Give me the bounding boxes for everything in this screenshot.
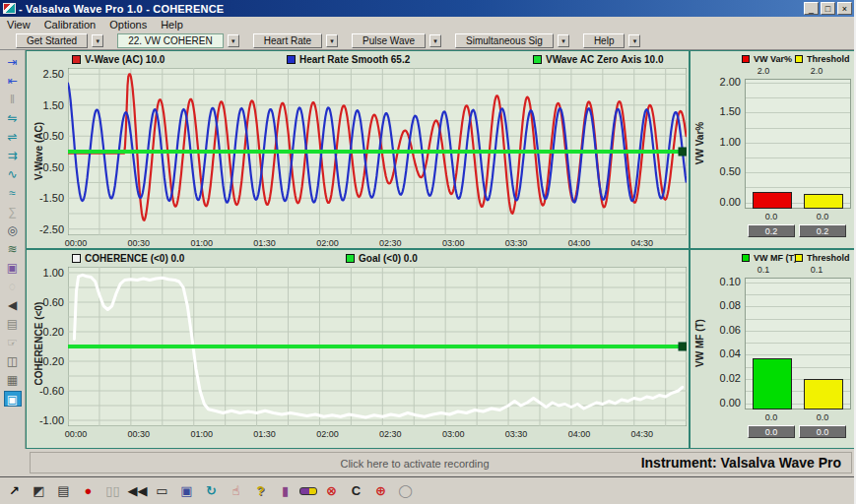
tab-simultaneous-sig[interactable]: Simultaneous Sig xyxy=(455,33,554,48)
swap-arrows-icon[interactable]: ⇌ xyxy=(4,129,22,145)
signal-out-icon[interactable]: ⇤ xyxy=(4,73,22,89)
x-tick-label: 02:30 xyxy=(370,429,410,439)
maximize-button[interactable]: □ xyxy=(821,2,835,15)
legend-item: Heart Rate Smooth 65.2 xyxy=(287,54,410,65)
hand-pointer-icon[interactable]: ☝ xyxy=(226,481,246,501)
grid-line-h xyxy=(746,283,850,284)
grid-line-h xyxy=(746,306,850,307)
print-icon[interactable]: ▤ xyxy=(53,481,74,501)
zoom-icon[interactable]: ◎ xyxy=(4,222,22,238)
y-tick-label: 0.00 xyxy=(705,397,741,409)
hand-tool-icon[interactable]: ☞ xyxy=(4,335,22,350)
record-icon[interactable]: ● xyxy=(78,481,99,501)
tab-dropdown-icon[interactable]: ▾ xyxy=(326,34,338,47)
legend-label: VW Var% xyxy=(754,54,792,64)
x-tick-label: 04:00 xyxy=(560,429,599,439)
legend-label: V-Wave (AC) 10.0 xyxy=(85,54,165,65)
signal-in-icon[interactable]: ⇥ xyxy=(4,54,22,70)
disabled-tool-icon[interactable]: ◌ xyxy=(4,279,22,294)
app-icon xyxy=(3,3,16,14)
vwave-plot xyxy=(68,68,687,235)
save-icon[interactable]: ◩ xyxy=(29,481,49,501)
letter-c-icon[interactable]: C xyxy=(346,481,366,501)
help-icon[interactable]: ? xyxy=(250,481,271,501)
x-tick-label: 01:00 xyxy=(182,429,222,439)
marker-icon[interactable] xyxy=(299,487,317,495)
no-entry-icon[interactable]: ⊗ xyxy=(321,481,342,501)
tab-get-started[interactable]: Get Started xyxy=(16,33,88,48)
recording-message[interactable]: Click here to activate recording xyxy=(149,458,681,470)
tab-dropdown-icon[interactable]: ▾ xyxy=(558,34,569,47)
artifact-trace-icon[interactable]: ≋ xyxy=(4,241,22,257)
legend-item: COHERENCE (<0) 0.0 xyxy=(72,253,184,264)
smooth-wave-icon[interactable]: ≈ xyxy=(4,185,22,201)
menu-item-calibration[interactable]: Calibration xyxy=(37,19,103,31)
x-tick-label: 03:00 xyxy=(433,238,473,248)
y-tick-label: 1.50 xyxy=(29,99,64,111)
rewind-icon[interactable]: ◀◀ xyxy=(127,481,148,501)
speaker-icon[interactable]: ◀ xyxy=(4,297,22,313)
frames-icon[interactable]: ▯▯ xyxy=(102,481,123,501)
tab-22-vw-coheren[interactable]: 22. VW COHEREN xyxy=(117,33,224,48)
coherence-y-axis-label: COHERENCE (<0) xyxy=(33,307,44,386)
bar-value-box[interactable]: 0.0 xyxy=(799,425,846,438)
coherence-legend: COHERENCE (<0) 0.0Goal (<0) 0.0 xyxy=(27,253,689,266)
mic-icon[interactable]: ▮ xyxy=(275,481,296,501)
tab-help[interactable]: Help xyxy=(583,33,626,48)
grid-line-h xyxy=(746,187,850,188)
tab-dropdown-icon[interactable]: ▾ xyxy=(429,34,441,47)
menu-item-options[interactable]: Options xyxy=(102,19,154,31)
legend-item: Threshold xyxy=(795,54,850,64)
bar-value-box[interactable]: 0.0 xyxy=(748,425,795,438)
bar-value-box[interactable]: 0.2 xyxy=(748,224,795,237)
add-target-icon[interactable]: ⊕ xyxy=(370,481,391,501)
bar-value-label: 0.0 xyxy=(801,412,844,422)
menu-item-view[interactable]: View xyxy=(0,19,37,31)
window-icon[interactable]: ▭ xyxy=(152,481,172,501)
x-tick-label: 01:30 xyxy=(245,429,285,439)
save-session-icon[interactable]: ◫ xyxy=(4,353,22,369)
active-screen-icon[interactable]: ▣ xyxy=(4,391,22,407)
menu-item-help[interactable]: Help xyxy=(154,19,190,31)
export-arrow-icon[interactable]: ↗ xyxy=(4,481,25,501)
y-tick-label: 0.02 xyxy=(705,372,741,384)
grid-line-h xyxy=(746,97,850,98)
align-arrows-icon[interactable]: ⇉ xyxy=(4,148,22,163)
mu-wave-icon[interactable]: ∿ xyxy=(4,166,22,182)
tab-pulse-wave[interactable]: Pulse Wave xyxy=(352,33,426,48)
snapshot-icon[interactable]: ▣ xyxy=(4,260,22,276)
tab-dropdown-icon[interactable]: ▾ xyxy=(92,34,103,47)
minimize-button[interactable]: _ xyxy=(804,2,819,15)
legend-value: 2.0 xyxy=(744,66,783,76)
stats-icon[interactable]: ∑ xyxy=(4,204,22,220)
vw-mf-plot-area xyxy=(745,278,851,410)
menu-bar: ViewCalibrationOptionsHelp xyxy=(0,17,854,32)
legend-label: VW MF (T) xyxy=(754,253,797,263)
pause-streams-icon[interactable]: ‖ xyxy=(4,92,22,107)
tab-heart-rate[interactable]: Heart Rate xyxy=(253,33,322,48)
bar-value-box[interactable]: 0.2 xyxy=(799,224,846,237)
grid-line-h xyxy=(746,319,850,320)
legend-item: VW MF (T) xyxy=(742,253,797,263)
tab-dropdown-icon[interactable]: ▾ xyxy=(228,34,239,47)
tab-dropdown-icon[interactable]: ▾ xyxy=(628,34,640,47)
vw-mf-bar-panel: VW MF (T)Threshold0.10.1VW MF (T)0.100.0… xyxy=(690,249,856,449)
close-button[interactable]: × xyxy=(837,2,852,15)
log-book-icon[interactable]: ▤ xyxy=(4,316,22,332)
y-tick-label: -1.50 xyxy=(29,192,64,204)
legend-value: 2.0 xyxy=(797,66,836,76)
merge-arrows-icon[interactable]: ⇋ xyxy=(4,110,22,126)
grid-view-icon[interactable]: ▦ xyxy=(4,372,22,388)
reset-clock-icon[interactable]: ↻ xyxy=(201,481,222,501)
goal-end-marker[interactable] xyxy=(679,343,687,350)
grid-line-h xyxy=(746,343,850,344)
empty-target-icon[interactable]: ◯ xyxy=(395,481,416,501)
window-title: - Valsalva Wave Pro 1.0 - COHERENCE xyxy=(19,3,224,15)
y-tick-label: 0.50 xyxy=(29,130,64,142)
x-tick-label: 01:30 xyxy=(245,238,285,248)
window-active-icon[interactable]: ▣ xyxy=(176,481,197,501)
legend-swatch xyxy=(346,254,355,263)
goal-end-marker[interactable] xyxy=(679,148,687,156)
legend-swatch xyxy=(287,55,296,64)
y-tick-label: 0.00 xyxy=(705,196,741,208)
